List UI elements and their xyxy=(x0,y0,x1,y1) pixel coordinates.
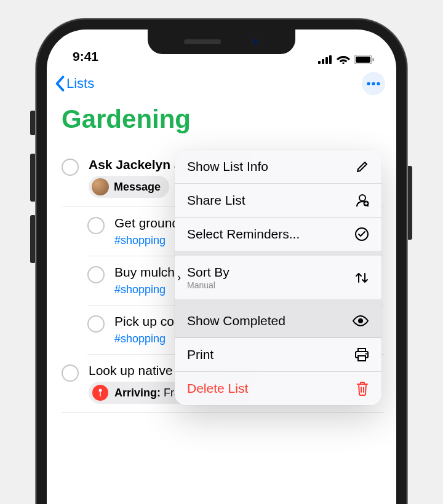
menu-label: Delete List xyxy=(187,381,248,396)
menu-show-completed[interactable]: Show Completed xyxy=(175,304,381,338)
svg-point-9 xyxy=(377,82,380,85)
svg-point-8 xyxy=(372,82,375,85)
chevron-right-icon: › xyxy=(177,271,181,284)
menu-label: Print xyxy=(187,347,214,362)
chevron-left-icon xyxy=(54,76,65,92)
trash-icon xyxy=(356,381,369,396)
notch xyxy=(148,30,295,54)
svg-rect-5 xyxy=(356,57,370,63)
menu-select-reminders[interactable]: Select Reminders... xyxy=(175,218,381,256)
location-label: Arriving: xyxy=(114,387,161,399)
menu-label: Sort By xyxy=(187,265,229,279)
message-chip[interactable]: Message xyxy=(89,176,169,198)
svg-rect-18 xyxy=(358,356,365,361)
phone-frame: 9:41 Lists Gardening Ask Jackelyn about … xyxy=(36,18,407,504)
menu-label: Select Reminders... xyxy=(187,227,300,242)
location-pin-icon xyxy=(92,385,108,401)
phone-volume-up xyxy=(30,154,36,202)
svg-point-15 xyxy=(358,318,363,323)
reminder-radio[interactable] xyxy=(87,266,105,283)
phone-mute-switch xyxy=(30,111,36,135)
menu-print[interactable]: Print xyxy=(175,338,381,372)
nav-bar: Lists xyxy=(47,66,396,101)
menu-label: Show List Info xyxy=(187,159,268,174)
menu-share-list[interactable]: Share List xyxy=(175,184,381,218)
phone-side-button xyxy=(407,166,412,240)
screen: 9:41 Lists Gardening Ask Jackelyn about … xyxy=(47,30,396,504)
menu-delete-list[interactable]: Delete List xyxy=(175,372,381,405)
sort-icon xyxy=(354,271,369,285)
svg-rect-1 xyxy=(322,59,324,64)
svg-rect-6 xyxy=(373,58,374,61)
avatar xyxy=(92,178,109,195)
chip-label: Message xyxy=(114,181,161,194)
reminder-radio[interactable] xyxy=(87,315,105,333)
svg-point-19 xyxy=(365,353,367,354)
svg-rect-0 xyxy=(318,61,321,64)
person-add-icon xyxy=(354,193,369,208)
menu-label: Show Completed xyxy=(187,313,285,328)
ellipsis-icon xyxy=(367,82,380,85)
menu-sort-by[interactable]: › Sort By Manual xyxy=(175,256,381,304)
checkmark-circle-icon xyxy=(354,227,369,242)
phone-volume-down xyxy=(30,215,36,263)
status-time: 9:41 xyxy=(73,49,98,64)
list-title: Gardening xyxy=(62,104,384,134)
pencil-icon xyxy=(356,160,369,173)
svg-rect-11 xyxy=(100,390,100,396)
svg-point-12 xyxy=(359,195,365,201)
eye-icon xyxy=(352,315,369,326)
reminder-radio[interactable] xyxy=(62,159,79,176)
svg-point-7 xyxy=(367,82,370,85)
menu-show-list-info[interactable]: Show List Info xyxy=(175,150,381,184)
wifi-icon xyxy=(337,55,350,64)
cellular-icon xyxy=(318,55,332,64)
reminder-radio[interactable] xyxy=(62,364,79,382)
reminder-radio[interactable] xyxy=(87,217,105,234)
back-label: Lists xyxy=(66,76,94,92)
svg-rect-3 xyxy=(329,55,332,64)
battery-icon xyxy=(354,55,374,64)
context-menu: Show List Info Share List Select Reminde… xyxy=(175,150,381,405)
printer-icon xyxy=(354,348,369,361)
menu-sublabel: Manual xyxy=(187,280,229,290)
menu-label: Share List xyxy=(187,193,245,208)
back-button[interactable]: Lists xyxy=(54,76,94,92)
more-button[interactable] xyxy=(362,72,385,95)
svg-rect-2 xyxy=(325,57,328,64)
